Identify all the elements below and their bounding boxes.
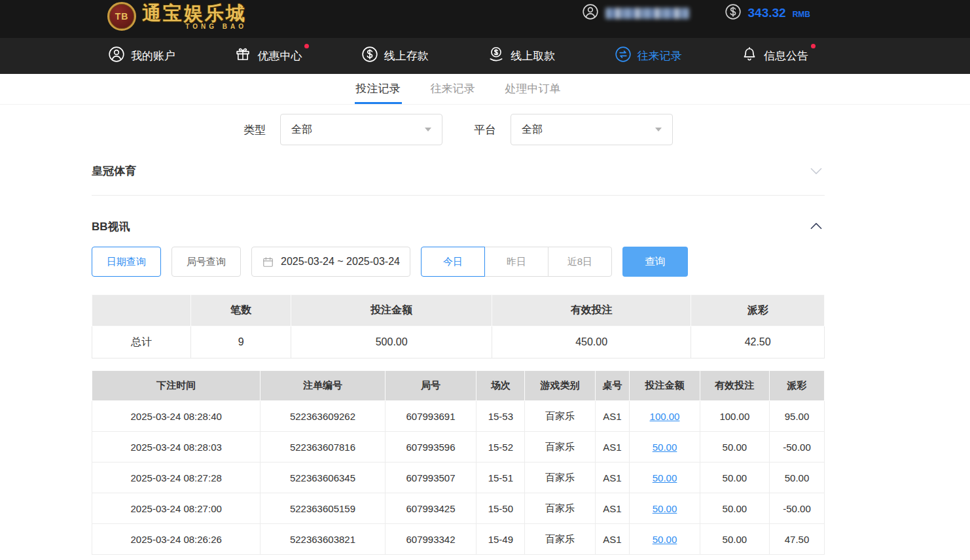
user-account[interactable] bbox=[582, 3, 689, 23]
notification-dot bbox=[811, 44, 816, 48]
deposit-coin-icon bbox=[361, 46, 378, 66]
nav-item-promotions[interactable]: 优惠中心 bbox=[234, 46, 302, 66]
date-query-button[interactable]: 日期查询 bbox=[92, 247, 161, 277]
payout-cell: -50.00 bbox=[770, 493, 825, 524]
payout-cell: 47.50 bbox=[770, 524, 825, 555]
caret-down-icon bbox=[655, 128, 662, 131]
query-controls: 日期查询 局号查询 2025-03-24 ~ 2025-03-24 今日 昨日 … bbox=[92, 247, 825, 277]
bet-amount-link[interactable]: 100.00 bbox=[650, 411, 680, 422]
logo-coin-badge: TB bbox=[107, 2, 136, 31]
bet-amount-link[interactable]: 50.00 bbox=[653, 442, 677, 453]
summary-total-row: 总计 9 500.00 450.00 42.50 bbox=[92, 326, 825, 359]
main-nav: 我的账户 优惠中心 线上存款 线上取款 往来记录 bbox=[0, 38, 970, 74]
table-no-cell: AS1 bbox=[595, 463, 630, 493]
nav-item-transaction-records[interactable]: 往来记录 bbox=[615, 46, 682, 66]
yesterday-button[interactable]: 昨日 bbox=[484, 247, 548, 277]
account-icon bbox=[108, 46, 125, 66]
table-no-cell: AS1 bbox=[595, 432, 630, 463]
tab-betting-records[interactable]: 投注记录 bbox=[355, 74, 402, 104]
balance[interactable]: 343.32 RMB bbox=[725, 3, 810, 23]
table-no-cell: AS1 bbox=[595, 524, 630, 555]
round-query-button[interactable]: 局号查询 bbox=[171, 247, 241, 277]
section-crown-sports: 皇冠体育 bbox=[92, 162, 825, 196]
table-row: 2025-03-24 08:28:40 522363609262 6079936… bbox=[92, 401, 825, 432]
valid-bet-cell: 50.00 bbox=[700, 493, 769, 524]
balance-currency: RMB bbox=[793, 10, 810, 19]
section-bb-video: BB视讯 bbox=[92, 218, 825, 235]
nav-label: 线上存款 bbox=[384, 48, 429, 63]
nav-item-deposit[interactable]: 线上存款 bbox=[361, 46, 429, 66]
game-type-cell: 百家乐 bbox=[525, 401, 595, 432]
summary-header-empty bbox=[92, 295, 191, 326]
round-id-cell: 607993425 bbox=[385, 493, 476, 524]
nav-label: 线上取款 bbox=[511, 48, 555, 63]
game-type-cell: 百家乐 bbox=[525, 432, 595, 463]
table-row: 2025-03-24 08:28:03 522363607816 6079935… bbox=[92, 432, 825, 463]
nav-item-withdraw[interactable]: 线上取款 bbox=[488, 46, 555, 66]
summary-count: 9 bbox=[191, 326, 291, 359]
date-range-input[interactable]: 2025-03-24 ~ 2025-03-24 bbox=[251, 247, 410, 277]
platform-select-value: 全部 bbox=[522, 123, 543, 137]
main-content: 类型 全部 平台 全部 皇冠体育 BB视讯 日期查询 局号查询 bbox=[92, 114, 825, 555]
round-id-cell: 607993691 bbox=[385, 401, 476, 432]
last-8-days-button[interactable]: 近8日 bbox=[548, 247, 612, 277]
bet-id-cell: 522363605159 bbox=[260, 493, 385, 524]
game-type-cell: 百家乐 bbox=[525, 463, 595, 493]
bet-id-cell: 522363607816 bbox=[260, 432, 385, 463]
bet-amount-link[interactable]: 50.00 bbox=[653, 534, 677, 545]
valid-bet-cell: 100.00 bbox=[700, 401, 769, 432]
table-no-cell: AS1 bbox=[595, 493, 630, 524]
game-type-cell: 百家乐 bbox=[525, 524, 595, 555]
table-row: 2025-03-24 08:26:26 522363603821 6079933… bbox=[92, 524, 825, 555]
platform-select[interactable]: 全部 bbox=[511, 114, 673, 145]
bet-amount-cell: 100.00 bbox=[630, 401, 700, 432]
site-logo[interactable]: TB 通宝娱乐城 TONG BAO bbox=[107, 2, 247, 31]
bet-time-cell: 2025-03-24 08:27:28 bbox=[92, 463, 260, 493]
withdraw-coin-hand-icon bbox=[488, 46, 505, 66]
bet-id-cell: 522363603821 bbox=[260, 524, 385, 555]
username-blurred bbox=[605, 8, 689, 19]
table-no-cell: AS1 bbox=[595, 401, 630, 432]
table-row: 2025-03-24 08:27:28 522363606345 6079935… bbox=[92, 463, 825, 493]
bet-amount-link[interactable]: 50.00 bbox=[653, 472, 677, 483]
tab-transaction-records[interactable]: 往来记录 bbox=[429, 74, 476, 104]
logo-title: 通宝娱乐城 bbox=[142, 2, 247, 24]
bet-time-cell: 2025-03-24 08:28:03 bbox=[92, 432, 260, 463]
valid-bet-cell: 50.00 bbox=[700, 524, 769, 555]
chevron-up-icon[interactable] bbox=[808, 218, 825, 235]
valid-bet-cell: 50.00 bbox=[700, 463, 769, 493]
filter-row: 类型 全部 平台 全部 bbox=[92, 114, 825, 145]
type-select[interactable]: 全部 bbox=[280, 114, 442, 145]
nav-label: 优惠中心 bbox=[257, 48, 302, 63]
type-select-value: 全部 bbox=[291, 123, 312, 137]
search-button[interactable]: 查询 bbox=[622, 247, 688, 277]
chevron-down-icon[interactable] bbox=[808, 162, 825, 179]
table-header-row: 下注时间 注单编号 局号 场次 游戏类别 桌号 投注金额 有效投注 派彩 bbox=[92, 371, 825, 401]
caret-down-icon bbox=[425, 128, 431, 131]
session-cell: 15-50 bbox=[476, 493, 525, 524]
top-header: TB 通宝娱乐城 TONG BAO 343.32 RMB bbox=[0, 0, 970, 38]
nav-item-my-account[interactable]: 我的账户 bbox=[108, 46, 175, 66]
tab-processing-orders[interactable]: 处理中订单 bbox=[504, 74, 562, 104]
summary-bet-amount: 500.00 bbox=[291, 326, 492, 359]
today-button[interactable]: 今日 bbox=[421, 247, 485, 277]
type-filter-label: 类型 bbox=[243, 122, 266, 137]
header-session: 场次 bbox=[476, 371, 525, 401]
round-id-cell: 607993507 bbox=[385, 463, 476, 493]
nav-item-announcements[interactable]: 信息公告 bbox=[741, 46, 808, 66]
summary-header-payout: 派彩 bbox=[691, 295, 825, 326]
platform-filter-label: 平台 bbox=[474, 122, 496, 137]
game-type-cell: 百家乐 bbox=[525, 493, 595, 524]
nav-label: 我的账户 bbox=[131, 48, 175, 63]
dollar-coin-icon bbox=[725, 3, 742, 23]
bet-records-table: 下注时间 注单编号 局号 场次 游戏类别 桌号 投注金额 有效投注 派彩 202… bbox=[92, 370, 825, 555]
bet-amount-cell: 50.00 bbox=[630, 463, 700, 493]
header-bet-amount: 投注金额 bbox=[630, 371, 700, 401]
header-payout: 派彩 bbox=[770, 371, 825, 401]
bet-amount-link[interactable]: 50.00 bbox=[653, 503, 677, 514]
date-range-value: 2025-03-24 ~ 2025-03-24 bbox=[281, 256, 400, 268]
summary-header-valid-bet: 有效投注 bbox=[492, 295, 691, 326]
bet-amount-cell: 50.00 bbox=[630, 524, 700, 555]
header-round-id: 局号 bbox=[385, 371, 476, 401]
quick-date-group: 今日 昨日 近8日 bbox=[421, 247, 612, 277]
